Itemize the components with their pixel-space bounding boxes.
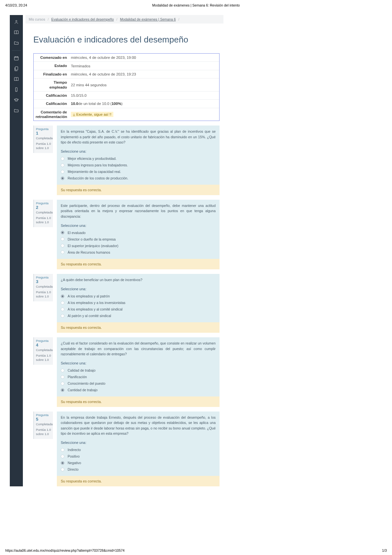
folder-2-icon[interactable] bbox=[13, 108, 19, 113]
graduation-icon[interactable] bbox=[13, 97, 19, 103]
question-info: Pregunta 5CompletadaPuntúa 1.0 sobre 1.0 bbox=[33, 412, 53, 439]
radio-icon[interactable] bbox=[61, 170, 64, 174]
option[interactable]: A los empleados y al comité sindical bbox=[61, 306, 216, 312]
option[interactable]: A los empleados y a los inversionistas bbox=[61, 299, 216, 306]
files-icon[interactable] bbox=[13, 66, 19, 72]
option-label: A los empleados y al patrón bbox=[68, 294, 110, 298]
question-score: Puntúa 1.0 sobre 1.0 bbox=[36, 290, 51, 299]
question-block: Pregunta 5CompletadaPuntúa 1.0 sobre 1.0… bbox=[33, 412, 220, 486]
question-number: 4 bbox=[36, 343, 38, 347]
question-text: Este participante, dentro del proceso de… bbox=[61, 203, 216, 219]
folder-icon[interactable] bbox=[13, 40, 19, 46]
feedback-badge: ¡¡ Excelente, sigue así !! bbox=[71, 112, 113, 117]
summary-value: 22 mins 44 segundos bbox=[69, 78, 219, 91]
summary-row: Tiempo empleado22 mins 44 segundos bbox=[34, 78, 219, 92]
question-number: 2 bbox=[36, 205, 38, 210]
book-open-icon[interactable] bbox=[13, 76, 19, 82]
question-prompt: Seleccione una: bbox=[61, 149, 216, 153]
option-label: Al patrón y al comité sindical bbox=[68, 314, 111, 318]
option-label: Área de Recursos humanos bbox=[68, 250, 110, 254]
question-status: Completada bbox=[36, 136, 51, 140]
question-label: Pregunta bbox=[36, 276, 49, 279]
radio-icon[interactable] bbox=[61, 177, 64, 180]
summary-row: Calificación10.0 de un total de 10.0 (10… bbox=[34, 100, 219, 108]
option-label: Directo bbox=[68, 467, 78, 471]
summary-row: Comenzado enmiércoles, 4 de octubre de 2… bbox=[34, 54, 219, 62]
option[interactable]: Conocimiento del puesto bbox=[61, 380, 216, 387]
option[interactable]: Cantidad de trabajo bbox=[61, 387, 216, 393]
question-score: Puntúa 1.0 sobre 1.0 bbox=[36, 216, 51, 225]
option[interactable]: Mejor eficiencia y productividad. bbox=[61, 155, 216, 162]
radio-icon[interactable] bbox=[61, 388, 64, 392]
option[interactable]: Director o dueño de la empresa bbox=[61, 236, 216, 243]
breadcrumb-course[interactable]: Evaluación e indicadores del desempeño bbox=[51, 17, 114, 21]
radio-icon[interactable] bbox=[61, 461, 64, 465]
question-info: Pregunta 4CompletadaPuntúa 1.0 sobre 1.0 bbox=[33, 337, 53, 365]
option[interactable]: El superior jerárquico (evaluador) bbox=[61, 243, 216, 249]
option[interactable]: A los empleados y al patrón bbox=[61, 293, 216, 299]
sidebar-divider bbox=[12, 50, 21, 51]
question-feedback: Su respuesta es correcta. bbox=[57, 322, 220, 333]
question-prompt: Seleccione una: bbox=[61, 287, 216, 291]
breadcrumb-page[interactable]: Modalidad de exámenes | Semana 6 bbox=[120, 17, 176, 21]
summary-row: Comentario de retroalimentación¡¡ Excele… bbox=[34, 108, 219, 121]
option[interactable]: Calidad de trabajo bbox=[61, 367, 216, 374]
radio-icon[interactable] bbox=[61, 455, 64, 458]
option-label: Mejoramiento de la capacidad real. bbox=[68, 170, 121, 174]
radio-icon[interactable] bbox=[61, 448, 64, 452]
radio-icon[interactable] bbox=[61, 231, 64, 234]
radio-icon[interactable] bbox=[61, 294, 64, 298]
question-text: ¿Cuál es el factor considerado en la eva… bbox=[61, 341, 216, 357]
summary-label: Comentario de retroalimentación bbox=[34, 108, 69, 121]
summary-label: Calificación bbox=[34, 100, 69, 108]
radio-icon[interactable] bbox=[61, 250, 64, 254]
radio-icon[interactable] bbox=[61, 301, 64, 305]
user-icon[interactable] bbox=[13, 19, 19, 25]
option[interactable]: Positivo bbox=[61, 453, 216, 460]
radio-icon[interactable] bbox=[61, 157, 64, 160]
calendar-icon[interactable] bbox=[13, 55, 19, 61]
print-pagination: 1/3 bbox=[382, 548, 387, 552]
question-text: En la empresa donde trabaja Ernesto, des… bbox=[61, 415, 216, 436]
option[interactable]: Al patrón y al comité sindical bbox=[61, 312, 216, 319]
radio-icon[interactable] bbox=[61, 375, 64, 379]
radio-icon[interactable] bbox=[61, 382, 64, 385]
summary-row: EstadoTerminados bbox=[34, 62, 219, 70]
question-prompt: Seleccione una: bbox=[61, 361, 216, 365]
question-feedback: Su respuesta es correcta. bbox=[57, 476, 220, 486]
radio-icon[interactable] bbox=[61, 314, 64, 318]
option[interactable]: Directo bbox=[61, 466, 216, 473]
radio-icon[interactable] bbox=[61, 163, 64, 167]
summary-label: Tiempo empleado bbox=[34, 78, 69, 91]
question-status: Completada bbox=[36, 422, 51, 426]
option[interactable]: Mejoramiento de la capacidad real. bbox=[61, 168, 216, 175]
print-url: https://aula06.utel.edu.mx/mod/quiz/revi… bbox=[5, 548, 124, 552]
summary-row: Calificación15.0/15.0 bbox=[34, 92, 219, 100]
main: Mis cursos / Evaluación e indicadores de… bbox=[23, 15, 392, 486]
radio-icon[interactable] bbox=[61, 237, 64, 241]
question-feedback: Su respuesta es correcta. bbox=[57, 185, 220, 195]
summary-row: Finalizado enmiércoles, 4 de octubre de … bbox=[34, 70, 219, 78]
options-list: Mejor eficiencia y productividad.Mejores… bbox=[61, 155, 216, 181]
radio-icon[interactable] bbox=[61, 308, 64, 311]
radio-icon[interactable] bbox=[61, 369, 64, 372]
option[interactable]: El evaluado bbox=[61, 229, 216, 236]
option-label: Mejor eficiencia y productividad. bbox=[68, 157, 116, 160]
option[interactable]: Mejores ingresos para los trabajadores. bbox=[61, 162, 216, 168]
summary-value: ¡¡ Excelente, sigue así !! bbox=[69, 108, 219, 121]
question-label: Pregunta bbox=[36, 339, 49, 343]
radio-icon[interactable] bbox=[61, 468, 64, 471]
option[interactable]: Negativo bbox=[61, 460, 216, 466]
option-label: El evaluado bbox=[68, 231, 86, 235]
breadcrumb-root: Mis cursos bbox=[29, 17, 45, 21]
question-body: ¿Cuál es el factor considerado en la eva… bbox=[57, 337, 220, 407]
option[interactable]: Planificación bbox=[61, 374, 216, 380]
phone-icon[interactable] bbox=[13, 87, 19, 92]
option-label: Planificación bbox=[68, 375, 87, 379]
option[interactable]: Reducción de los costos de producción. bbox=[61, 175, 216, 181]
radio-icon[interactable] bbox=[61, 244, 64, 247]
book-icon[interactable] bbox=[13, 29, 19, 35]
option[interactable]: Área de Recursos humanos bbox=[61, 249, 216, 256]
option[interactable]: Indirecto bbox=[61, 446, 216, 453]
question-block: Pregunta 3CompletadaPuntúa 1.0 sobre 1.0… bbox=[33, 274, 220, 333]
